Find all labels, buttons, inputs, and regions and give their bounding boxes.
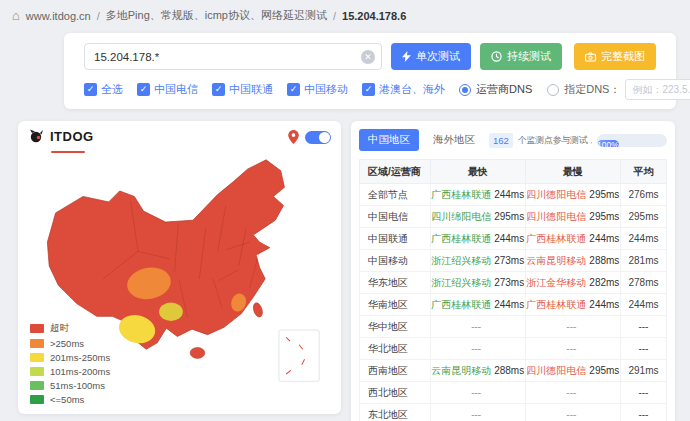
radio-carrier-dns-label[interactable]: 运营商DNS	[476, 82, 532, 97]
checkbox-select-all[interactable]: ✓ 全选	[84, 82, 123, 97]
checkbox-checked-icon: ✓	[84, 83, 97, 96]
average-cell: ---	[620, 404, 666, 421]
average-cell: 276ms	[620, 184, 666, 206]
camera-icon	[585, 52, 596, 62]
slowest-cell: ---	[525, 316, 620, 338]
table-row: 华东地区 浙江绍兴移动273ms 浙江金华移动282ms 278ms	[360, 272, 667, 294]
legend-swatch	[30, 395, 44, 404]
target-input-wrap: ✕	[84, 43, 382, 70]
logo-text: ITDOG	[50, 129, 94, 144]
breadcrumb-path: 多地Ping、常规版、icmp协议、网络延迟测试	[106, 8, 327, 23]
legend-label: 101ms-200ms	[50, 366, 110, 377]
slowest-cell: 云南昆明移动288ms	[525, 250, 620, 272]
region-cell: 中国移动	[360, 250, 431, 272]
checkbox-checked-icon: ✓	[137, 83, 150, 96]
map-pin-icon[interactable]	[288, 130, 299, 144]
table-header-row: 区域/运营商 最快 最慢 平均	[360, 160, 667, 184]
tab-china-region[interactable]: 中国地区	[359, 129, 419, 151]
logo-swoosh	[51, 151, 85, 153]
clock-icon	[491, 51, 502, 62]
slowest-cell: ---	[525, 404, 620, 421]
map-display-toggle[interactable]	[305, 131, 331, 144]
checkbox-china-mobile[interactable]: ✓ 中国移动	[287, 82, 348, 97]
checkbox-checked-icon: ✓	[362, 83, 375, 96]
legend-swatch	[30, 353, 44, 362]
legend-label: 201ms-250ms	[50, 352, 110, 363]
breadcrumb: ⌂ www.itdog.cn / 多地Ping、常规版、icmp协议、网络延迟测…	[0, 0, 690, 29]
checkbox-china-telecom[interactable]: ✓ 中国电信	[137, 82, 198, 97]
region-cell: 东北地区	[360, 404, 431, 421]
slowest-cell: ---	[525, 382, 620, 404]
fastest-cell: 浙江绍兴移动273ms	[430, 272, 525, 294]
legend-label: 超时	[50, 322, 69, 335]
radio-carrier-dns[interactable]	[459, 84, 471, 96]
col-slowest: 最慢	[525, 160, 620, 184]
average-cell: ---	[620, 316, 666, 338]
legend-item: >250ms	[30, 338, 110, 349]
progress-fill: 100%	[597, 140, 619, 147]
legend-item: 51ms-100ms	[30, 380, 110, 391]
radio-custom-dns[interactable]	[547, 84, 559, 96]
checkbox-label: 全选	[101, 82, 123, 97]
home-icon: ⌂	[12, 9, 20, 22]
average-cell: 244ms	[620, 294, 666, 316]
dog-icon	[28, 129, 45, 144]
custom-dns-input[interactable]	[625, 79, 690, 100]
checkbox-label: 中国联通	[229, 82, 273, 97]
checkbox-overseas[interactable]: ✓ 港澳台、海外	[362, 82, 445, 97]
latency-legend: 超时 >250ms 201ms-250ms 101ms-200ms 51ms-1…	[30, 319, 110, 405]
full-screenshot-button[interactable]: 完整截图	[574, 43, 656, 70]
slowest-cell: 四川德阳电信295ms	[525, 360, 620, 382]
checkbox-label: 中国电信	[154, 82, 198, 97]
fastest-cell: 四川绵阳电信295ms	[430, 206, 525, 228]
continuous-test-label: 持续测试	[507, 49, 551, 64]
table-row: 华北地区 --- --- ---	[360, 338, 667, 360]
average-cell: 278ms	[620, 272, 666, 294]
checkbox-china-unicom[interactable]: ✓ 中国联通	[212, 82, 273, 97]
fastest-cell: ---	[430, 404, 525, 421]
tab-overseas-region[interactable]: 海外地区	[424, 129, 484, 151]
table-row: 西北地区 --- --- ---	[360, 382, 667, 404]
fastest-cell: 广西桂林联通244ms	[430, 294, 525, 316]
legend-label: <=50ms	[50, 394, 84, 405]
table-row: 中国联通 广西桂林联通244ms 广西桂林联通244ms 244ms	[360, 228, 667, 250]
legend-swatch	[30, 324, 44, 333]
results-table-body: 全部节点 广西桂林联通244ms 四川德阳电信295ms 276ms 中国电信 …	[360, 184, 667, 421]
region-cell: 中国电信	[360, 206, 431, 228]
slowest-cell: 广西桂林联通244ms	[525, 228, 620, 250]
results-table: 区域/运营商 最快 最慢 平均 全部节点 广西桂林联通244ms 四川德阳电信2…	[359, 159, 667, 421]
progress-bar: 100%	[597, 134, 667, 147]
checkbox-label: 中国移动	[304, 82, 348, 97]
region-cell: 西南地区	[360, 360, 431, 382]
region-cell: 西北地区	[360, 382, 431, 404]
col-region: 区域/运营商	[360, 160, 431, 184]
breadcrumb-site[interactable]: www.itdog.cn	[26, 10, 91, 22]
checkbox-label: 港澳台、海外	[379, 82, 445, 97]
clear-input-icon[interactable]: ✕	[361, 50, 375, 64]
slowest-cell: 浙江金华移动282ms	[525, 272, 620, 294]
continuous-test-button[interactable]: 持续测试	[480, 43, 562, 70]
legend-swatch	[30, 339, 44, 348]
table-row: 中国移动 浙江绍兴移动273ms 云南昆明移动288ms 281ms	[360, 250, 667, 272]
fastest-cell: 云南昆明移动288ms	[430, 360, 525, 382]
progress-label: 个监测点参与测试，当前进度：	[518, 134, 592, 147]
average-cell: ---	[620, 338, 666, 360]
region-cell: 华北地区	[360, 338, 431, 360]
fastest-cell: 浙江绍兴移动273ms	[430, 250, 525, 272]
monitor-count-badge: 162	[489, 133, 513, 148]
slowest-cell: 四川德阳电信295ms	[525, 206, 620, 228]
single-test-button[interactable]: 单次测试	[391, 43, 471, 70]
target-input[interactable]	[84, 43, 382, 70]
col-fastest: 最快	[430, 160, 525, 184]
average-cell: 281ms	[620, 250, 666, 272]
results-card: 中国地区 海外地区 162 个监测点参与测试，当前进度： 100% 区域/运营商…	[351, 121, 675, 421]
china-map-card: ITDOG	[18, 121, 341, 414]
itdog-logo: ITDOG	[28, 129, 94, 144]
col-average: 平均	[620, 160, 666, 184]
radio-custom-dns-label[interactable]: 指定DNS：	[564, 82, 620, 97]
region-cell: 华中地区	[360, 316, 431, 338]
breadcrumb-separator: /	[97, 10, 100, 22]
legend-item: 101ms-200ms	[30, 366, 110, 377]
single-test-label: 单次测试	[416, 49, 460, 64]
legend-swatch	[30, 381, 44, 390]
